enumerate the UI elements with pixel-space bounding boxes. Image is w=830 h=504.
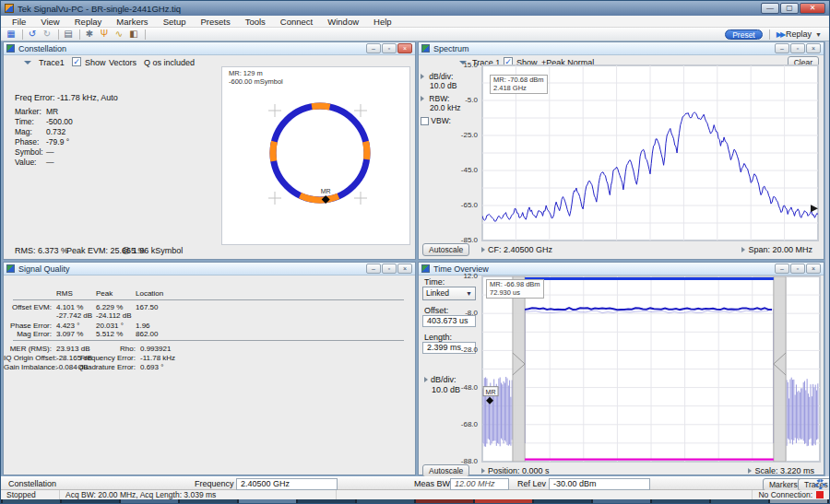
time-overview-plot[interactable]: MR MR: -66.98 dBm 72.930 us [481, 275, 821, 463]
taskbar-window-thumb[interactable] [534, 499, 591, 504]
span-readout[interactable]: Span: 20.00 MHz [741, 245, 812, 254]
display-mode-label[interactable]: Constellation [8, 479, 56, 488]
time-overview-header[interactable]: Time Overview – ▫ × [419, 263, 824, 275]
replay-icon: ▶▶ [777, 30, 784, 39]
taskbar-window-thumb[interactable] [121, 499, 178, 504]
rms-value: -27.742 dB [56, 311, 92, 320]
autoscale-button[interactable]: Autoscale [422, 243, 469, 256]
taskbar-window-thumb[interactable] [416, 499, 473, 504]
meas-bw-input[interactable]: 12.00 MHz [450, 478, 509, 490]
frequency-input[interactable]: 2.40500 GHz [236, 478, 338, 490]
constellation-header[interactable]: Constellation – ▫ × [4, 42, 415, 55]
taskbar-window-thumb[interactable] [593, 499, 650, 504]
chevron-down-icon[interactable] [24, 61, 31, 64]
panel-minimize-icon[interactable]: – [775, 43, 789, 53]
menu-item-view[interactable]: View [33, 17, 66, 27]
minimize-icon[interactable]: — [761, 3, 779, 14]
maximize-icon[interactable]: ▢ [780, 3, 799, 14]
marker-readout-value: -79.9 ° [46, 137, 69, 147]
save-icon[interactable]: ▦ [5, 29, 18, 40]
print-icon[interactable]: ▤ [62, 29, 75, 40]
offset-label: Offset: [424, 306, 448, 315]
row-label: Frequency Error: [4, 354, 136, 362]
marker-readout-label: Marker: [15, 107, 46, 116]
taskbar-window-thumb[interactable] [298, 499, 355, 504]
windows-taskbar[interactable] [1, 499, 829, 504]
menu-item-replay[interactable]: Replay [67, 17, 110, 27]
sidebar-control-dbdiv[interactable]: dB/div:10.0 dB [421, 72, 478, 90]
menu-item-help[interactable]: Help [366, 17, 399, 27]
taskbar-window-thumb[interactable] [711, 499, 768, 504]
spectrum-plot[interactable]: MR: -70.68 dBm 2.418 GHz [481, 64, 819, 241]
antenna-icon[interactable]: Ψ [98, 29, 111, 40]
marker-readout-label: Mag: [15, 127, 46, 136]
menu-item-tools[interactable]: Tools [238, 17, 273, 27]
rms-value: 3.097 % [56, 330, 83, 338]
panel-minimize-icon[interactable]: – [775, 264, 789, 274]
dbdiv-control[interactable]: dB/div: [424, 375, 456, 384]
peak-value: 5.512 % [96, 330, 123, 338]
acquire-icon[interactable]: ◧ [127, 29, 140, 40]
menu-item-file[interactable]: File [5, 17, 33, 27]
scale-readout[interactable]: Scale: 3.220 ms [748, 466, 814, 475]
panel-close-icon[interactable]: × [397, 43, 412, 53]
close-icon[interactable]: ✕ [800, 3, 825, 14]
table-row: -27.742 dB-24.112 dB [4, 311, 415, 320]
spectrum-header[interactable]: Spectrum – ▫ × [419, 42, 824, 55]
y-axis-tick: 12.0 [454, 272, 478, 280]
row-label: Rho: [4, 345, 136, 353]
menu-item-setup[interactable]: Setup [156, 17, 194, 27]
show-label: Show [85, 58, 106, 67]
marker-tool-icon[interactable]: ∿ [113, 29, 125, 40]
panel-close-icon[interactable]: × [806, 43, 821, 53]
panel-minimize-icon[interactable]: – [366, 43, 381, 53]
redo-icon[interactable]: ↻ [41, 29, 53, 40]
symbol-count-readout: @ 1.96 kSymbol [122, 246, 183, 255]
sidebar-control-vbw[interactable]: VBW: [421, 116, 478, 125]
taskbar-window-thumb[interactable] [770, 499, 827, 504]
marker-readout-value: — [46, 147, 54, 157]
table-row: MER (RMS):23.913 dBRho:0.993921 [4, 345, 415, 353]
replay-dropdown-icon[interactable]: ▼ [815, 31, 822, 38]
taskbar-window-thumb[interactable] [62, 499, 119, 504]
trace-selector[interactable]: Trace1 [39, 58, 65, 67]
column-header: Location [136, 289, 163, 298]
spectrum-panel: Spectrum – ▫ × Trace 1 ✓ Show +Peak Norm… [418, 41, 824, 260]
show-checkbox[interactable]: ✓ [72, 57, 81, 66]
time-mode-dropdown[interactable]: Linked▼ [422, 287, 476, 300]
center-frequency-readout[interactable]: CF: 2.40500 GHz [481, 245, 552, 254]
menu-item-markers[interactable]: Markers [109, 17, 155, 27]
constellation-plot[interactable]: MR MR: 129 m -600.00 mSymbol [221, 66, 410, 245]
vbw-checkbox[interactable] [421, 117, 429, 125]
gear-icon[interactable] [815, 479, 825, 489]
y-axis-tick: -45.0 [454, 166, 478, 174]
marker-readout-row: Marker:MR [15, 107, 73, 117]
settings-icon[interactable]: ✱ [83, 29, 96, 40]
vectors-option[interactable]: Vectors [109, 58, 136, 67]
autoscale-button[interactable]: Autoscale [422, 464, 469, 477]
taskbar-window-thumb[interactable] [180, 499, 237, 504]
taskbar-window-thumb[interactable] [357, 499, 414, 504]
window-title: Tek SignalVu-PC - BR-single-2441GHz.tiq [18, 4, 761, 14]
window-edge [825, 41, 830, 476]
taskbar-window-thumb[interactable] [475, 499, 532, 504]
display-icon [421, 264, 430, 273]
panel-close-icon[interactable]: × [806, 264, 821, 274]
taskbar-window-thumb[interactable] [652, 499, 709, 504]
panel-maximize-icon[interactable]: ▫ [382, 43, 397, 53]
menu-item-window[interactable]: Window [320, 17, 366, 27]
taskbar-window-thumb[interactable] [3, 499, 60, 504]
menu-item-presets[interactable]: Presets [193, 17, 237, 27]
panel-maximize-icon[interactable]: ▫ [790, 43, 805, 53]
ref-level-input[interactable]: -30.00 dBm [549, 478, 650, 490]
table-row: IQ Origin Offset:-28.165 dBFrequency Err… [4, 354, 415, 362]
position-readout[interactable]: Position: 0.000 s [481, 466, 550, 475]
replay-button[interactable]: ▶▶ Replay [777, 29, 812, 39]
table-row: Offset EVM:4.101 %6.229 %167.50 [4, 303, 415, 311]
taskbar-window-thumb[interactable] [239, 499, 296, 504]
chevron-down-icon: ▼ [466, 287, 472, 299]
menu-item-connect[interactable]: Connect [273, 17, 320, 27]
preset-button[interactable]: Preset [725, 29, 763, 40]
undo-icon[interactable]: ↺ [26, 29, 39, 40]
panel-maximize-icon[interactable]: ▫ [790, 264, 805, 274]
